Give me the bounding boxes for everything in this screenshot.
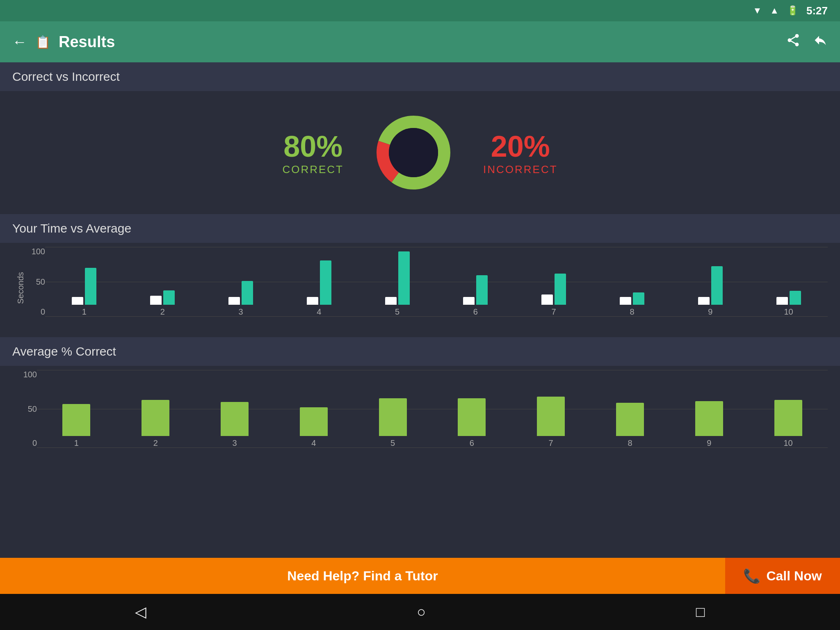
avg-bar-3: [221, 402, 249, 436]
bar-teal-9: [711, 266, 723, 305]
bar-teal-7: [555, 274, 566, 305]
incorrect-text: INCORRECT: [483, 163, 558, 176]
bar-white-8: [620, 297, 631, 305]
avg-bar-9: [695, 401, 723, 436]
bar-label-5: 5: [395, 307, 399, 317]
call-now-button[interactable]: 📞 Call Now: [725, 558, 840, 594]
incorrect-percentage: 20%: [483, 130, 558, 163]
app-bar-left: ← 📋 Results: [12, 33, 115, 51]
content-spacer: [0, 468, 840, 558]
list-item: 1: [62, 404, 90, 448]
y-label-50: 50: [36, 277, 45, 287]
bar-label-3: 3: [238, 307, 243, 317]
y-label-0: 0: [41, 307, 45, 317]
avg-y-label-0: 0: [32, 438, 37, 448]
page-icon: 📋: [35, 35, 50, 49]
list-item: 9: [695, 401, 723, 448]
avg-label-4: 4: [311, 438, 316, 448]
app-bar-right: [786, 33, 828, 51]
wifi-icon: ▼: [753, 5, 762, 16]
avg-bar-2: [142, 400, 169, 436]
bar-label-9: 9: [708, 307, 712, 317]
home-nav-button[interactable]: ○: [417, 603, 426, 621]
back-button[interactable]: ←: [12, 33, 27, 50]
svg-point-3: [389, 128, 438, 177]
bar-label-2: 2: [160, 307, 165, 317]
time-section: Seconds 100 50 0: [0, 243, 840, 337]
avg-label-8: 8: [628, 438, 632, 448]
list-item: 3: [221, 402, 249, 448]
bar-teal-8: [633, 292, 644, 305]
bar-white-2: [150, 296, 162, 305]
table-row: 7: [541, 274, 566, 317]
help-text: Need Help? Find a Tutor: [0, 568, 725, 584]
bar-teal-2: [163, 290, 175, 305]
avg-bar-5: [379, 398, 407, 436]
bar-white-9: [698, 297, 710, 305]
avg-y-label-100: 100: [23, 370, 37, 379]
bar-teal-6: [476, 275, 488, 305]
bar-white-10: [776, 297, 788, 305]
ad-banner: Need Help? Find a Tutor 📞 Call Now: [0, 558, 840, 594]
battery-icon: 🔋: [787, 5, 798, 16]
bar-teal-10: [790, 291, 801, 305]
page-title: Results: [59, 33, 115, 51]
avg-bar-4: [300, 407, 328, 436]
bar-white-1: [72, 297, 83, 305]
avg-label-2: 2: [153, 438, 158, 448]
avg-label-9: 9: [707, 438, 711, 448]
list-item: 5: [379, 398, 407, 448]
correct-percentage: 80%: [282, 130, 344, 163]
list-item: 8: [616, 403, 644, 448]
donut-section: 80% CORRECT 20% INCORRECT: [0, 91, 840, 214]
call-now-label: Call Now: [766, 568, 822, 584]
avg-y-label-50: 50: [28, 404, 37, 414]
avg-label-1: 1: [74, 438, 79, 448]
bar-teal-4: [320, 260, 331, 305]
correct-text: CORRECT: [282, 163, 344, 176]
y-axis-label: Seconds: [16, 272, 25, 304]
bar-label-1: 1: [82, 307, 87, 317]
bar-teal-1: [85, 268, 96, 305]
avg-label-10: 10: [783, 438, 792, 448]
table-row: 5: [385, 251, 410, 317]
time-chart-area: 1 2 3: [45, 247, 828, 329]
table-row: 4: [307, 260, 331, 317]
nav-bar: ◁ ○ □: [0, 594, 840, 630]
bar-teal-5: [398, 251, 410, 305]
table-row: 9: [698, 266, 723, 317]
table-row: 8: [620, 292, 644, 317]
list-item: 7: [537, 397, 565, 448]
avg-section: 100 50 0 1 2: [0, 366, 840, 468]
bar-teal-3: [242, 281, 253, 305]
avg-bar-8: [616, 403, 644, 436]
back-nav-button[interactable]: ◁: [135, 603, 146, 621]
time-bars: 1 2 3: [45, 247, 828, 317]
bar-label-8: 8: [630, 307, 634, 317]
status-time: 5:27: [806, 5, 828, 17]
bar-white-5: [385, 297, 397, 305]
bar-label-6: 6: [473, 307, 478, 317]
table-row: 3: [228, 281, 253, 317]
table-row: 1: [72, 268, 96, 317]
table-row: 10: [776, 291, 801, 317]
correct-vs-incorrect-header: Correct vs Incorrect: [0, 62, 840, 91]
avg-bar-10: [774, 400, 802, 436]
share-button[interactable]: [786, 33, 801, 51]
status-bar: ▼ ▲ 🔋 5:27: [0, 0, 840, 21]
reply-button[interactable]: [813, 33, 828, 51]
bar-white-6: [463, 297, 475, 305]
bar-label-10: 10: [784, 307, 793, 317]
bar-white-4: [307, 297, 318, 305]
bar-label-7: 7: [552, 307, 556, 317]
bar-label-4: 4: [317, 307, 321, 317]
recent-nav-button[interactable]: □: [696, 603, 705, 621]
avg-bars: 1 2 3 4 5: [37, 370, 828, 448]
app-bar: ← 📋 Results: [0, 21, 840, 62]
avg-chart-area: 1 2 3 4 5: [37, 370, 828, 460]
avg-label-5: 5: [390, 438, 395, 448]
list-item: 2: [142, 400, 169, 448]
phone-icon: 📞: [743, 568, 760, 584]
list-item: 10: [774, 400, 802, 448]
time-vs-average-header: Your Time vs Average: [0, 214, 840, 243]
